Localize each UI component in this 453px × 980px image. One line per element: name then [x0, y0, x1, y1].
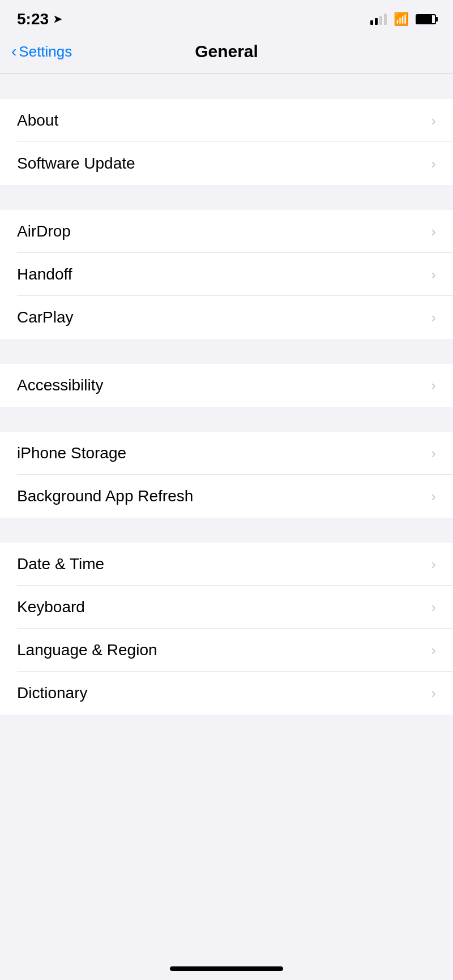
chevron-right-icon: › — [431, 309, 436, 326]
settings-item-about[interactable]: About › — [0, 99, 453, 142]
page-title: General — [195, 42, 258, 61]
settings-item-iphone-storage[interactable]: iPhone Storage › — [0, 432, 453, 475]
chevron-right-icon: › — [431, 377, 436, 394]
back-chevron-icon: ‹ — [11, 44, 16, 59]
carplay-label: CarPlay — [17, 308, 74, 326]
chevron-right-icon: › — [431, 642, 436, 659]
settings-item-software-update[interactable]: Software Update › — [0, 142, 453, 185]
nav-bar: ‹ Settings General — [0, 34, 453, 74]
status-time: 5:23 ➤ — [17, 10, 62, 28]
chevron-right-icon: › — [431, 112, 436, 130]
iphone-storage-label: iPhone Storage — [17, 444, 126, 462]
status-bar: 5:23 ➤ 📶 — [0, 0, 453, 34]
settings-item-language-region[interactable]: Language & Region › — [0, 629, 453, 672]
back-label: Settings — [19, 43, 72, 61]
time-display: 5:23 — [17, 10, 49, 28]
airdrop-label: AirDrop — [17, 222, 71, 240]
section-2: AirDrop › Handoff › CarPlay › — [0, 210, 453, 339]
wifi-icon: 📶 — [394, 12, 409, 27]
section-gap-4 — [0, 407, 453, 432]
section-1: About › Software Update › — [0, 99, 453, 185]
settings-item-handoff[interactable]: Handoff › — [0, 253, 453, 296]
chevron-right-icon: › — [431, 266, 436, 283]
section-gap-2 — [0, 185, 453, 210]
accessibility-label: Accessibility — [17, 376, 103, 394]
back-button[interactable]: ‹ Settings — [11, 43, 72, 61]
section-gap-3 — [0, 339, 453, 364]
section-4: iPhone Storage › Background App Refresh … — [0, 432, 453, 518]
software-update-label: Software Update — [17, 154, 135, 173]
language-region-label: Language & Region — [17, 641, 157, 659]
settings-item-date-time[interactable]: Date & Time › — [0, 543, 453, 586]
location-icon: ➤ — [53, 13, 62, 25]
settings-item-accessibility[interactable]: Accessibility › — [0, 364, 453, 407]
section-3: Accessibility › — [0, 364, 453, 407]
about-label: About — [17, 111, 58, 130]
home-indicator — [170, 966, 283, 971]
chevron-right-icon: › — [431, 488, 436, 505]
section-gap-5 — [0, 518, 453, 543]
battery-icon — [416, 14, 436, 24]
settings-item-keyboard[interactable]: Keyboard › — [0, 586, 453, 629]
settings-item-airdrop[interactable]: AirDrop › — [0, 210, 453, 253]
background-app-refresh-label: Background App Refresh — [17, 487, 193, 505]
section-gap-1 — [0, 74, 453, 99]
chevron-right-icon: › — [431, 223, 436, 240]
settings-item-carplay[interactable]: CarPlay › — [0, 296, 453, 339]
handoff-label: Handoff — [17, 265, 72, 283]
keyboard-label: Keyboard — [17, 598, 85, 616]
chevron-right-icon: › — [431, 685, 436, 702]
section-5: Date & Time › Keyboard › Language & Regi… — [0, 543, 453, 715]
date-time-label: Date & Time — [17, 555, 104, 573]
chevron-right-icon: › — [431, 599, 436, 616]
settings-item-dictionary[interactable]: Dictionary › — [0, 672, 453, 715]
signal-icon — [370, 14, 387, 25]
dictionary-label: Dictionary — [17, 684, 87, 702]
chevron-right-icon: › — [431, 445, 436, 462]
section-gap-bottom — [0, 715, 453, 740]
settings-item-background-app-refresh[interactable]: Background App Refresh › — [0, 475, 453, 518]
status-icons: 📶 — [370, 12, 436, 27]
chevron-right-icon: › — [431, 155, 436, 173]
chevron-right-icon: › — [431, 556, 436, 573]
